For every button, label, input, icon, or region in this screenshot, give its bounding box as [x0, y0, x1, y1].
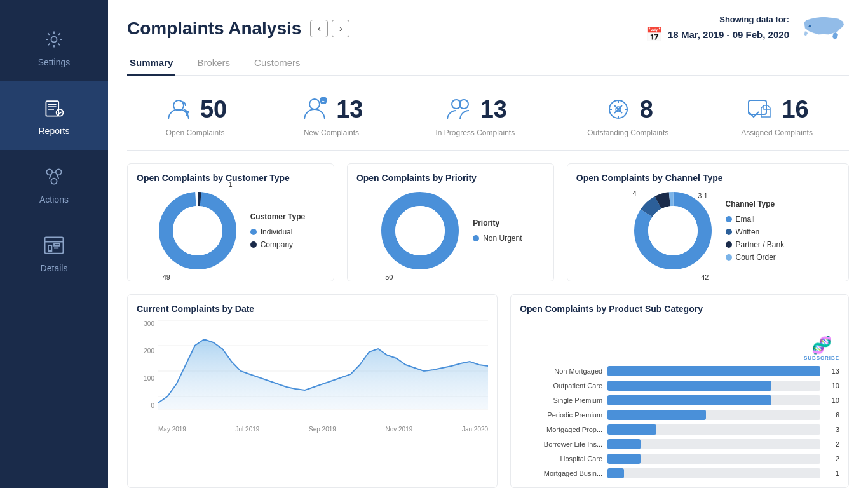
tabs-bar: Summary Brokers Customers — [127, 52, 849, 76]
stat-outstanding: 8 Outstanding Complaints — [587, 94, 668, 137]
x-label-may: May 2019 — [158, 426, 186, 433]
bar-fill-1 — [607, 381, 771, 391]
donut-customer-label-top: 1 — [229, 180, 233, 188]
stat-in-progress: 13 In Progress Complaints — [435, 94, 515, 137]
sidebar-item-reports[interactable]: Reports — [0, 81, 108, 150]
legend-company: Company — [250, 240, 305, 249]
bar-label-2: Single Premium — [520, 396, 602, 404]
bar-row-3: Periodic Premium 6 — [520, 410, 839, 420]
charts-top-row: Open Complaints by Customer Type 1 49 Cu… — [127, 163, 849, 281]
sidebar-label-details: Details — [41, 263, 68, 273]
legend-dot-individual — [250, 229, 257, 235]
bar-fill-0 — [607, 366, 820, 376]
bar-track-2 — [607, 395, 820, 405]
date-text: 18 Mar, 2019 - 09 Feb, 2020 — [668, 29, 789, 40]
bar-fill-6 — [607, 454, 641, 464]
bar-row-1: Outpatient Care 10 — [520, 381, 839, 391]
stat-outstanding-value: 8 — [640, 96, 653, 123]
y-label-300: 300 — [137, 320, 154, 327]
donut-channel-legend: Channel Type Email Written Partner / Ban… — [726, 200, 785, 262]
bar-fill-3 — [607, 410, 706, 420]
assigned-complaints-icon — [745, 94, 775, 125]
donut-priority-svg — [379, 189, 461, 272]
reports-icon — [41, 95, 67, 121]
stat-open-label: Open Complaints — [166, 128, 225, 137]
stat-new-value: 13 — [336, 96, 363, 123]
legend-dot-company — [250, 241, 257, 248]
sidebar-item-details[interactable]: Details — [0, 219, 108, 287]
stat-assigned-label: Assigned Complaints — [741, 128, 813, 137]
y-label-100: 100 — [137, 375, 154, 382]
legend-label-court: Court Order — [736, 253, 776, 262]
y-label-200: 200 — [137, 348, 154, 355]
svg-point-20 — [173, 206, 222, 255]
donut-channel-label-3: 3 1 — [698, 192, 707, 200]
donut-channel-svg — [632, 189, 714, 272]
legend-label-partner: Partner / Bank — [736, 240, 785, 249]
svg-point-3 — [46, 169, 52, 175]
tab-summary[interactable]: Summary — [127, 52, 175, 76]
chart-channel-type: Open Complaints by Channel Type 4 3 1 42 — [567, 163, 849, 281]
y-axis-labels: 0 100 200 300 — [137, 320, 154, 422]
donut-priority-legend: Priority Non Urgent — [473, 219, 522, 243]
legend-individual: Individual — [250, 227, 305, 236]
bar-track-4 — [607, 424, 820, 435]
header-left: Complaints Analysis ‹ › — [127, 18, 349, 39]
donut-channel-wrapper: 4 3 1 42 Channel Type Email Written — [576, 189, 839, 272]
stat-new-icon-num: + 13 — [299, 94, 363, 125]
bar-value-0: 13 — [825, 367, 839, 375]
stat-open-value: 50 — [200, 96, 227, 123]
settings-icon — [41, 27, 67, 52]
bar-value-2: 10 — [825, 396, 839, 404]
bar-value-1: 10 — [825, 382, 839, 390]
svg-point-22 — [395, 206, 445, 255]
sidebar-item-settings[interactable]: Settings — [0, 13, 108, 81]
channel-legend-title: Channel Type — [726, 200, 785, 208]
customer-type-legend-title: Customer Type — [250, 212, 305, 221]
donut-channel: 4 3 1 42 — [632, 189, 714, 272]
svg-point-5 — [51, 179, 57, 184]
inprogress-complaints-icon — [444, 94, 474, 125]
svg-point-7 — [808, 25, 811, 28]
stat-inprogress-value: 13 — [480, 96, 507, 123]
bar-label-0: Non Mortgaged — [520, 367, 602, 375]
page-title: Complaints Analysis — [127, 18, 301, 39]
details-icon — [41, 233, 67, 258]
x-label-nov: Nov 2019 — [385, 426, 412, 433]
date-range-display: Showing data for: 📅 18 Mar, 2019 - 09 Fe… — [646, 15, 789, 43]
nav-next-button[interactable]: › — [332, 20, 349, 37]
nav-prev-button[interactable]: ‹ — [310, 20, 328, 37]
y-label-0: 0 — [137, 402, 154, 409]
donut-customer-svg — [156, 189, 239, 272]
chart-customer-type: Open Complaints by Customer Type 1 49 Cu… — [127, 163, 334, 281]
legend-non-urgent: Non Urgent — [473, 234, 522, 243]
tab-customers[interactable]: Customers — [252, 52, 303, 76]
actions-icon — [41, 164, 67, 189]
x-label-jan: Jan 2020 — [462, 426, 488, 433]
legend-court-order: Court Order — [726, 253, 785, 262]
legend-email: Email — [726, 215, 785, 224]
sidebar-item-actions[interactable]: Actions — [0, 150, 108, 219]
legend-label-email: Email — [736, 215, 755, 224]
bar-track-0 — [607, 366, 820, 376]
legend-dot-court — [726, 254, 732, 261]
bar-label-7: Mortgaged Busin... — [520, 470, 602, 477]
new-complaints-icon: + — [299, 94, 330, 125]
bar-label-6: Hospital Care — [520, 455, 602, 463]
donut-priority-wrapper: 50 Priority Non Urgent — [356, 189, 545, 272]
legend-label-company: Company — [261, 240, 293, 249]
tab-brokers[interactable]: Brokers — [194, 52, 233, 76]
stat-open: 50 Open Complaints — [163, 94, 227, 137]
showing-label: Showing data for: — [646, 15, 789, 24]
chart-priority: Open Complaints by Priority 50 Priority … — [347, 163, 554, 281]
bar-track-5 — [607, 439, 820, 449]
stat-outstanding-icon-num: 8 — [603, 94, 653, 125]
donut-channel-label-4: 4 — [633, 189, 637, 197]
svg-point-10 — [309, 99, 320, 109]
legend-dot-email — [726, 216, 732, 222]
open-complaints-icon — [163, 94, 194, 125]
stat-new: + 13 New Complaints — [299, 94, 363, 137]
chart-product-sub-title: Open Complaints by Product Sub Category — [520, 304, 703, 314]
bar-row-5: Borrower Life Ins... 2 — [520, 439, 839, 449]
donut-priority-label-bottom: 50 — [385, 273, 393, 281]
